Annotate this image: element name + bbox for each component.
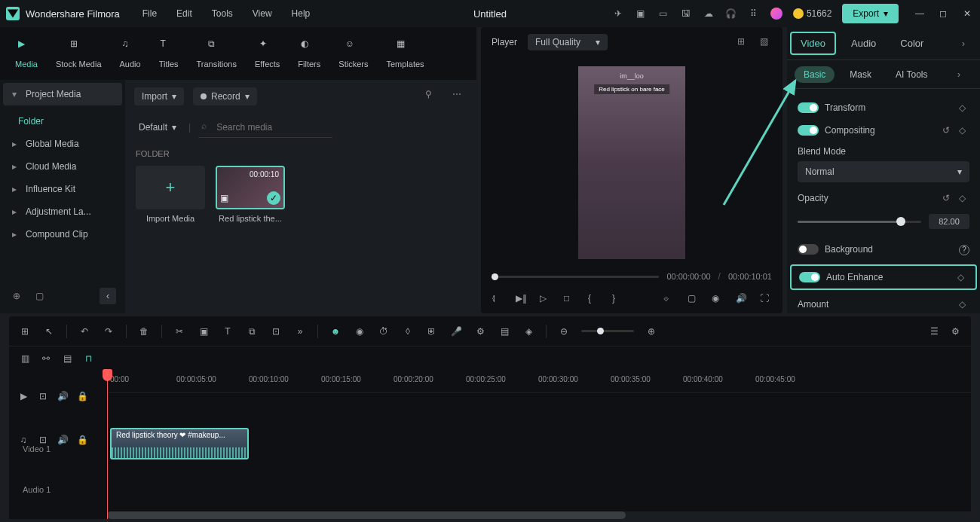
volume-icon[interactable]: 🔊: [736, 293, 748, 305]
delete-icon[interactable]: 🗑: [137, 325, 151, 338]
quality-dropdown[interactable]: Full Quality▾: [528, 34, 608, 50]
tab-templates[interactable]: ▦Templates: [386, 38, 424, 69]
sidebar-influence-kit[interactable]: ▸Influence Kit: [3, 178, 122, 200]
layers-icon[interactable]: ▤: [498, 325, 511, 338]
opacity-value[interactable]: 82.00: [929, 214, 969, 229]
zoom-in-icon[interactable]: ⊕: [645, 325, 658, 338]
mark-in-icon[interactable]: {: [588, 293, 600, 305]
save-icon[interactable]: 🖫: [680, 8, 692, 20]
mic-icon[interactable]: 🎤: [449, 325, 463, 338]
auto-enhance-toggle[interactable]: [799, 272, 820, 282]
auto-icon[interactable]: ◉: [353, 325, 366, 338]
image-icon[interactable]: ▧: [760, 36, 772, 48]
timeline-scrollbar[interactable]: [107, 511, 971, 519]
send-icon[interactable]: ✈: [612, 8, 624, 20]
tab-filters[interactable]: ◐Filters: [298, 38, 320, 69]
export-button[interactable]: Export▾: [842, 4, 899, 23]
snapshot-icon[interactable]: ◉: [712, 293, 724, 305]
text-icon[interactable]: T: [221, 325, 234, 338]
background-toggle[interactable]: [798, 244, 819, 255]
marker-icon[interactable]: ◈: [522, 325, 535, 338]
blend-mode-dropdown[interactable]: Normal▾: [798, 161, 969, 182]
track-mute-icon[interactable]: 🔊: [56, 389, 69, 403]
crop-clip-icon[interactable]: ▣: [197, 325, 210, 338]
prop-tab-video[interactable]: Video: [790, 32, 836, 55]
headphones-icon[interactable]: 🎧: [725, 8, 737, 20]
tl-link-icon[interactable]: ⚯: [39, 352, 53, 365]
shield-icon[interactable]: ⛨: [425, 325, 439, 338]
grid-view-icon[interactable]: ⊞: [737, 36, 749, 48]
more-icon[interactable]: ⋯: [452, 89, 467, 104]
split-icon[interactable]: ✂: [173, 325, 186, 338]
zoom-out-icon[interactable]: ⊖: [557, 325, 571, 338]
compositing-keyframe-icon[interactable]: [959, 125, 969, 136]
compositing-toggle[interactable]: [798, 125, 819, 136]
menu-view[interactable]: View: [253, 8, 272, 19]
cloud-icon[interactable]: ☁: [703, 8, 715, 20]
more-tools-icon[interactable]: »: [293, 325, 307, 338]
tl-magnet-icon[interactable]: ⊓: [81, 352, 95, 365]
tab-stock-media[interactable]: ⊞Stock Media: [56, 38, 102, 69]
fullscreen-icon[interactable]: ⛶: [760, 293, 772, 305]
sidebar-compound-clip[interactable]: ▸Compound Clip: [3, 223, 122, 246]
collapse-sidebar-button[interactable]: ‹: [100, 288, 116, 304]
prop-more-icon[interactable]: ›: [962, 38, 977, 49]
tl-settings-icon[interactable]: ⚙: [948, 325, 962, 338]
play-pause-icon[interactable]: ▶‖: [516, 293, 528, 305]
background-help-icon[interactable]: [959, 244, 969, 255]
timeline-clip[interactable]: Red lipstick theory ❤ #makeup...: [110, 428, 249, 459]
zoom-slider[interactable]: [581, 330, 634, 332]
tab-media[interactable]: ▶Media: [15, 38, 38, 69]
device-icon[interactable]: ▣: [635, 8, 647, 20]
apps-icon[interactable]: ⠿: [748, 8, 760, 20]
amount-keyframe-icon[interactable]: [959, 299, 969, 310]
subtab-mask[interactable]: Mask: [841, 66, 880, 83]
ai-icon[interactable]: ☻: [329, 325, 342, 338]
sidebar-folder[interactable]: Folder: [3, 110, 122, 133]
undo-icon[interactable]: ↶: [78, 325, 91, 338]
filter-icon[interactable]: ⚲: [425, 89, 440, 104]
opacity-slider[interactable]: [798, 221, 921, 223]
close-button[interactable]: ✕: [963, 8, 974, 19]
menu-edit[interactable]: Edit: [176, 8, 192, 19]
media-clip-tile[interactable]: 00:00:10 ▣ ✓ Red lipstick the...: [216, 166, 285, 223]
preview-area[interactable]: im__loo Red lipstick on bare face: [481, 57, 782, 268]
sidebar-project-media[interactable]: ▾Project Media: [3, 83, 122, 105]
prev-frame-icon[interactable]: ⦉: [492, 293, 504, 305]
tl-pointer-icon[interactable]: ↖: [42, 325, 56, 338]
new-folder-icon[interactable]: ⊕: [9, 288, 24, 304]
tl-layout-1-icon[interactable]: ▥: [18, 352, 32, 365]
menu-tools[interactable]: Tools: [212, 8, 233, 19]
copy-icon[interactable]: ⧉: [245, 325, 259, 338]
maximize-button[interactable]: ◻: [939, 8, 950, 19]
mark-out-icon[interactable]: }: [612, 293, 624, 305]
audio-lock-icon[interactable]: 🔒: [75, 433, 89, 447]
mask-icon[interactable]: ◊: [401, 325, 415, 338]
import-button[interactable]: Import▾: [134, 87, 184, 105]
menu-help[interactable]: Help: [292, 8, 311, 19]
timeline-ruler[interactable]: 00:00 00:00:05:00 00:00:10:00 00:00:15:0…: [107, 371, 971, 393]
stop-icon[interactable]: □: [564, 293, 576, 305]
crop-icon[interactable]: ⟐: [663, 293, 675, 305]
tl-list-icon[interactable]: ☰: [927, 325, 941, 338]
subtab-ai-tools[interactable]: AI Tools: [887, 66, 936, 83]
track-lock-icon[interactable]: 🔒: [75, 389, 89, 403]
record-button[interactable]: Record▾: [193, 87, 257, 105]
import-media-tile[interactable]: + Import Media: [136, 166, 205, 223]
transform-keyframe-icon[interactable]: [959, 102, 969, 113]
tab-transitions[interactable]: ⧉Transitions: [197, 38, 237, 69]
opacity-reset-icon[interactable]: [942, 193, 953, 203]
screen-icon[interactable]: ▭: [657, 8, 669, 20]
prop-tab-audio[interactable]: Audio: [839, 30, 888, 56]
sidebar-global-media[interactable]: ▸Global Media: [3, 133, 122, 155]
track-link-icon[interactable]: ⊡: [36, 389, 50, 403]
compositing-reset-icon[interactable]: [942, 125, 953, 136]
safe-zone-icon[interactable]: ▢: [688, 293, 700, 305]
tab-effects[interactable]: ✦Effects: [255, 38, 280, 69]
group-icon[interactable]: ⊡: [269, 325, 283, 338]
subtab-basic[interactable]: Basic: [795, 66, 835, 83]
sidebar-cloud-media[interactable]: ▸Cloud Media: [3, 155, 122, 178]
user-avatar[interactable]: [770, 8, 782, 20]
tl-layout-2-icon[interactable]: ▤: [60, 352, 74, 365]
scrub-bar[interactable]: [492, 276, 659, 278]
